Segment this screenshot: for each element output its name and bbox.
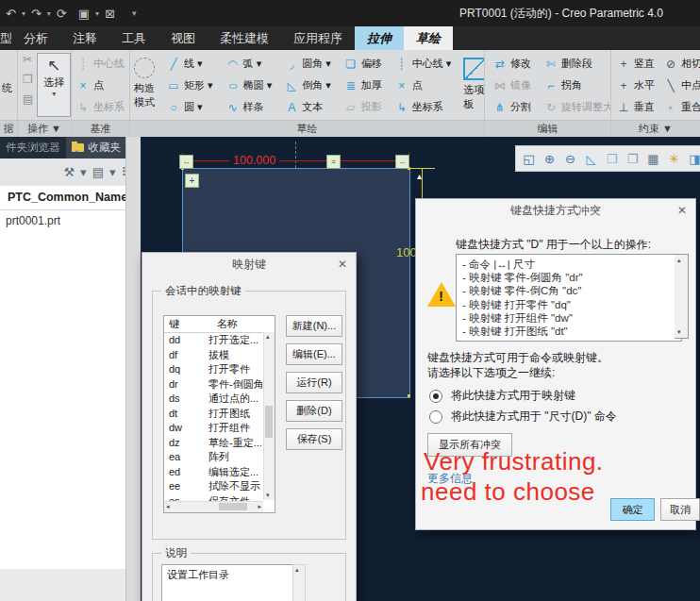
ribbon-button[interactable]: ⇄ 修改 — [491, 53, 534, 75]
dimension-end-handle[interactable]: ↔ — [179, 155, 193, 169]
corner-move-handle[interactable]: + — [185, 174, 199, 188]
palette-button[interactable]: 选项板 — [459, 53, 484, 111]
ribbon-button[interactable]: ↳ 坐标系 — [74, 96, 127, 118]
group-label-constrain[interactable]: 约束 ▼ — [611, 120, 700, 137]
width-dimension-value[interactable]: 100.000 — [229, 154, 279, 167]
column-name[interactable]: 名称 — [212, 316, 275, 332]
tab-favorites[interactable]: 收藏夹 — [66, 137, 127, 159]
dialog-button[interactable]: 运行(R) — [286, 372, 342, 393]
conflict-list-scrollbar[interactable]: ▴ ▾ — [675, 254, 689, 339]
clipboard-icon[interactable]: ▤ — [23, 92, 33, 109]
mapkeys-dialog-titlebar[interactable]: 映射键 ✕ — [142, 253, 356, 276]
graphics-toolbar-icon[interactable]: ✳ — [665, 149, 683, 168]
horizontal-scrollbar[interactable]: ◂ ▸ — [164, 501, 263, 512]
ribbon-button[interactable]: ╱ 线 ▾ — [164, 53, 216, 75]
dropdown-arrow-icon[interactable]: ▾ — [22, 9, 25, 18]
table-row[interactable]: dq 打开零件 — [164, 362, 275, 377]
scroll-up-icon[interactable]: ▴ — [677, 257, 681, 264]
tab-folder-browser[interactable]: 件夹浏览器 — [0, 137, 66, 159]
ribbon-button[interactable]: × 点 — [74, 75, 127, 96]
tree-column-header[interactable]: PTC_Common_Name — [0, 186, 125, 210]
ribbon-button[interactable]: ▱ 投影 — [342, 96, 385, 118]
tree-toolbar-icon[interactable]: ⚒ — [63, 165, 75, 179]
table-row[interactable]: dt 打开图纸 — [164, 407, 275, 422]
tab-model-partial[interactable]: 型 — [0, 26, 11, 50]
graphics-toolbar-icon[interactable]: ◱ — [520, 149, 538, 168]
tab-applications[interactable]: 应用程序 — [281, 26, 355, 50]
table-row[interactable]: dd 打开选定... — [164, 333, 275, 348]
conflict-dialog-titlebar[interactable]: 键盘快捷方式冲突 ✕ — [416, 199, 695, 223]
graphics-toolbar-icon[interactable]: ⊕ — [541, 149, 558, 168]
close-icon[interactable]: ✕ — [677, 204, 687, 217]
customize-toolbar-arrow[interactable]: ▾ — [126, 8, 137, 18]
scrollbar-thumb[interactable] — [265, 406, 273, 438]
tab-extrude[interactable]: 拉伸 — [355, 26, 404, 50]
dialog-button[interactable]: 编辑(E)... — [286, 343, 342, 365]
tab-analysis[interactable]: 分析 — [11, 26, 60, 50]
tab-sketch[interactable]: 草绘 — [404, 26, 453, 50]
qat-icon[interactable]: ▣ — [78, 7, 90, 21]
graphics-toolbar-icon[interactable]: ❒ — [603, 149, 621, 168]
table-row[interactable]: dw 打开组件 — [164, 421, 275, 436]
scroll-down-icon[interactable]: ▾ — [677, 328, 681, 336]
vertex-marker[interactable] — [408, 394, 410, 397]
construction-mode-button[interactable]: 构造模式 — [130, 53, 158, 109]
cancel-button[interactable]: 取消 — [660, 498, 700, 521]
clipboard-icon[interactable]: ❐ — [23, 73, 33, 90]
vertical-scrollbar[interactable]: ▴ ▾ — [263, 332, 275, 500]
table-row[interactable]: ea 阵列 — [164, 450, 275, 465]
chevron-down-icon[interactable]: ▾ — [52, 90, 56, 98]
graphics-toolbar-icon[interactable]: ◺ — [582, 149, 600, 168]
scroll-left-icon[interactable]: ◂ — [166, 503, 170, 510]
conflict-list-item[interactable]: - 映射键 零件-倒圆角 "dr" — [462, 271, 681, 284]
tab-view[interactable]: 视图 — [158, 26, 208, 50]
ribbon-button[interactable]: ◦ 重合 — [661, 96, 700, 118]
tab-flexible-modeling[interactable]: 柔性建模 — [208, 26, 281, 50]
ribbon-button[interactable]: ∿ 样条 — [224, 96, 275, 118]
scrollbar-thumb[interactable] — [219, 503, 247, 510]
dimension-end-handle[interactable]: ↔ — [395, 155, 409, 169]
ribbon-button[interactable]: ▭ 矩形 ▾ — [164, 75, 216, 96]
graphics-toolbar-icon[interactable]: ◨ — [686, 149, 700, 168]
tree-toolbar-icon[interactable]: ▾ — [80, 165, 87, 179]
ribbon-button[interactable]: ≣ 加厚 — [342, 75, 385, 96]
table-row[interactable]: ee 拭除不显示 — [164, 479, 275, 494]
close-icon[interactable]: ✕ — [338, 258, 347, 271]
table-row[interactable]: ds 通过点的... — [164, 392, 275, 407]
dialog-button[interactable]: 新建(N)... — [286, 315, 342, 337]
qat-icon[interactable]: ⊠ — [105, 7, 115, 21]
dimension-line[interactable] — [184, 160, 408, 161]
column-key[interactable]: 键 — [164, 316, 212, 332]
tree-toolbar-icon[interactable]: ▤ — [92, 165, 104, 179]
ribbon-button[interactable]: ⌐ 拐角 — [542, 75, 610, 96]
scroll-up-icon[interactable]: ▴ — [266, 333, 270, 341]
ok-button[interactable]: 确定 — [610, 498, 655, 521]
ribbon-button[interactable]: ⊘ 相切 — [661, 53, 700, 75]
ribbon-button[interactable]: ◺ 倒角 ▾ — [282, 75, 334, 96]
option-use-for-dimension-command[interactable]: 将此快捷方式用于 "尺寸(D)" 命令 — [429, 409, 617, 425]
dialog-button[interactable]: 保存(S) — [286, 428, 342, 450]
ribbon-button[interactable]: ⋈ 镜像 — [491, 75, 534, 96]
ribbon-button[interactable]: ╲ 中点 — [661, 75, 700, 96]
ribbon-button[interactable]: ⋔ 分割 — [491, 96, 534, 118]
ribbon-button[interactable]: ◞ 圆角 ▾ — [282, 53, 334, 75]
dropdown-arrow-icon[interactable]: ▾ — [47, 9, 51, 18]
scroll-right-icon[interactable]: ▸ — [258, 503, 261, 510]
graphics-toolbar-icon[interactable]: ⊖ — [561, 149, 579, 168]
ribbon-button[interactable]: ○ 椭圆 ▾ — [224, 75, 275, 96]
graphics-toolbar-icon[interactable]: ❐ — [624, 149, 642, 168]
description-scrollbar[interactable]: ▴ ▾ — [292, 564, 306, 601]
description-textarea[interactable]: 设置工作目录 — [161, 564, 302, 601]
qat-icon[interactable]: ↶ — [6, 7, 16, 21]
tab-annotate[interactable]: 注释 — [60, 26, 109, 50]
table-row[interactable]: dr 零件-倒圆角 — [164, 377, 275, 392]
ribbon-button[interactable]: ⊥ 垂直 — [614, 96, 658, 118]
qat-icon[interactable]: ⟳ — [57, 7, 67, 21]
tree-row[interactable]: prt0001.prt — [0, 210, 125, 231]
tree-toolbar-icon[interactable]: ▾ — [109, 165, 116, 179]
radio-selected-icon[interactable] — [429, 390, 442, 403]
conflict-list-item[interactable]: - 映射键 打开零件 "dq" — [462, 298, 681, 311]
ribbon-button[interactable]: A 文本 — [282, 96, 334, 118]
conflict-list[interactable]: - 命令 |↔| 尺寸- 映射键 零件-倒圆角 "dr"- 映射键 零件-倒C角… — [456, 254, 682, 342]
conflict-list-item[interactable]: - 命令 |↔| 尺寸 — [462, 258, 681, 271]
